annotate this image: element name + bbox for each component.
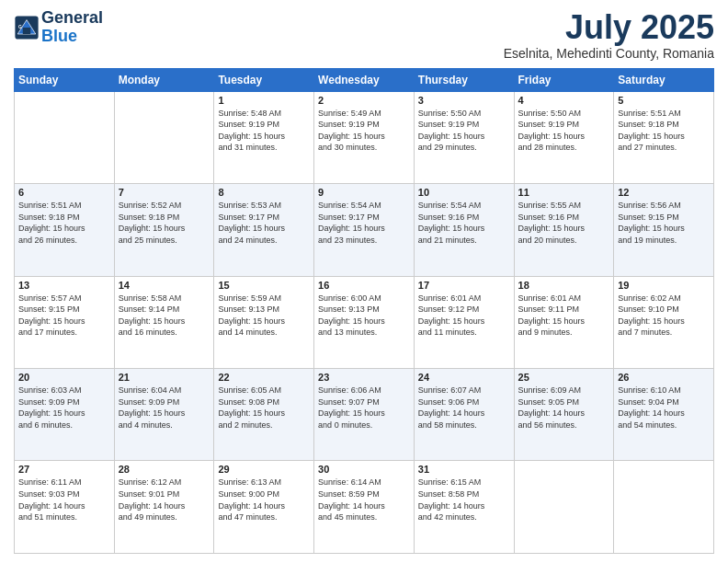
calendar-cell: 14Sunrise: 5:58 AM Sunset: 9:14 PM Dayli… — [114, 276, 214, 368]
day-number: 6 — [18, 187, 110, 198]
day-info: Sunrise: 5:49 AM Sunset: 9:19 PM Dayligh… — [318, 108, 410, 154]
day-number: 7 — [119, 187, 210, 198]
day-info: Sunrise: 6:06 AM Sunset: 9:07 PM Dayligh… — [318, 385, 410, 431]
day-number: 5 — [618, 95, 710, 106]
calendar-cell: 30Sunrise: 6:14 AM Sunset: 8:59 PM Dayli… — [314, 461, 415, 554]
logo-line2: Blue — [41, 28, 103, 46]
week-row-1: 1Sunrise: 5:48 AM Sunset: 9:19 PM Daylig… — [15, 91, 714, 183]
day-info: Sunrise: 6:00 AM Sunset: 9:13 PM Dayligh… — [318, 293, 410, 339]
logo-text: General Blue — [41, 9, 103, 46]
logo-line1: General — [41, 9, 103, 28]
col-header-wednesday: Wednesday — [314, 68, 415, 91]
day-number: 28 — [119, 464, 210, 475]
svg-text:G: G — [18, 25, 22, 29]
col-header-tuesday: Tuesday — [214, 68, 314, 91]
day-number: 4 — [518, 95, 610, 106]
day-info: Sunrise: 5:51 AM Sunset: 9:18 PM Dayligh… — [618, 108, 710, 154]
day-number: 21 — [119, 372, 210, 383]
calendar-table: SundayMondayTuesdayWednesdayThursdayFrid… — [14, 68, 714, 554]
calendar-cell: 18Sunrise: 6:01 AM Sunset: 9:11 PM Dayli… — [514, 276, 614, 368]
day-info: Sunrise: 5:53 AM Sunset: 9:17 PM Dayligh… — [218, 200, 310, 246]
day-number: 3 — [418, 95, 510, 106]
calendar-cell: 27Sunrise: 6:11 AM Sunset: 9:03 PM Dayli… — [15, 461, 115, 554]
day-info: Sunrise: 5:50 AM Sunset: 9:19 PM Dayligh… — [518, 108, 610, 154]
week-row-5: 27Sunrise: 6:11 AM Sunset: 9:03 PM Dayli… — [15, 461, 714, 554]
logo-icon: G — [14, 15, 40, 40]
day-info: Sunrise: 5:57 AM Sunset: 9:15 PM Dayligh… — [18, 293, 110, 339]
day-info: Sunrise: 5:55 AM Sunset: 9:16 PM Dayligh… — [518, 200, 610, 246]
calendar-cell: 16Sunrise: 6:00 AM Sunset: 9:13 PM Dayli… — [314, 276, 415, 368]
header: G General Blue July 2025 Eselnita, Mehed… — [14, 9, 714, 61]
calendar-cell: 3Sunrise: 5:50 AM Sunset: 9:19 PM Daylig… — [414, 91, 514, 183]
day-info: Sunrise: 6:05 AM Sunset: 9:08 PM Dayligh… — [218, 385, 310, 431]
day-number: 1 — [218, 95, 310, 106]
day-info: Sunrise: 6:02 AM Sunset: 9:10 PM Dayligh… — [618, 293, 710, 339]
day-number: 26 — [618, 372, 710, 383]
calendar-cell: 20Sunrise: 6:03 AM Sunset: 9:09 PM Dayli… — [15, 369, 115, 461]
calendar-cell: 8Sunrise: 5:53 AM Sunset: 9:17 PM Daylig… — [214, 184, 314, 276]
calendar-cell: 15Sunrise: 5:59 AM Sunset: 9:13 PM Dayli… — [214, 276, 314, 368]
day-number: 31 — [418, 464, 510, 475]
calendar-cell: 26Sunrise: 6:10 AM Sunset: 9:04 PM Dayli… — [614, 369, 714, 461]
calendar-cell — [114, 91, 214, 183]
calendar-cell — [514, 461, 614, 554]
calendar-cell: 22Sunrise: 6:05 AM Sunset: 9:08 PM Dayli… — [214, 369, 314, 461]
day-info: Sunrise: 6:14 AM Sunset: 8:59 PM Dayligh… — [318, 477, 410, 523]
calendar-cell: 24Sunrise: 6:07 AM Sunset: 9:06 PM Dayli… — [414, 369, 514, 461]
day-number: 27 — [18, 464, 110, 475]
calendar-cell: 1Sunrise: 5:48 AM Sunset: 9:19 PM Daylig… — [214, 91, 314, 183]
day-info: Sunrise: 5:52 AM Sunset: 9:18 PM Dayligh… — [119, 200, 210, 246]
day-info: Sunrise: 5:56 AM Sunset: 9:15 PM Dayligh… — [618, 200, 710, 246]
day-number: 17 — [418, 280, 510, 291]
day-info: Sunrise: 6:04 AM Sunset: 9:09 PM Dayligh… — [119, 385, 210, 431]
day-info: Sunrise: 6:13 AM Sunset: 9:00 PM Dayligh… — [218, 477, 310, 523]
day-info: Sunrise: 6:07 AM Sunset: 9:06 PM Dayligh… — [418, 385, 510, 431]
day-info: Sunrise: 6:03 AM Sunset: 9:09 PM Dayligh… — [18, 385, 110, 431]
calendar-cell: 9Sunrise: 5:54 AM Sunset: 9:17 PM Daylig… — [314, 184, 415, 276]
col-header-thursday: Thursday — [414, 68, 514, 91]
page: G General Blue July 2025 Eselnita, Mehed… — [0, 0, 728, 563]
calendar-cell: 4Sunrise: 5:50 AM Sunset: 9:19 PM Daylig… — [514, 91, 614, 183]
calendar-cell: 12Sunrise: 5:56 AM Sunset: 9:15 PM Dayli… — [614, 184, 714, 276]
day-number: 29 — [218, 464, 310, 475]
day-info: Sunrise: 5:50 AM Sunset: 9:19 PM Dayligh… — [418, 108, 510, 154]
calendar-cell — [15, 91, 115, 183]
calendar-cell: 2Sunrise: 5:49 AM Sunset: 9:19 PM Daylig… — [314, 91, 415, 183]
calendar-cell: 31Sunrise: 6:15 AM Sunset: 8:58 PM Dayli… — [414, 461, 514, 554]
day-number: 23 — [318, 372, 410, 383]
day-info: Sunrise: 6:11 AM Sunset: 9:03 PM Dayligh… — [18, 477, 110, 523]
col-header-friday: Friday — [514, 68, 614, 91]
week-row-3: 13Sunrise: 5:57 AM Sunset: 9:15 PM Dayli… — [15, 276, 714, 368]
day-number: 15 — [218, 280, 310, 291]
location: Eselnita, Mehedinti County, Romania — [504, 46, 714, 61]
day-info: Sunrise: 6:01 AM Sunset: 9:11 PM Dayligh… — [518, 293, 610, 339]
day-info: Sunrise: 6:15 AM Sunset: 8:58 PM Dayligh… — [418, 477, 510, 523]
title-block: July 2025 Eselnita, Mehedinti County, Ro… — [504, 9, 714, 61]
day-number: 20 — [18, 372, 110, 383]
calendar-cell: 28Sunrise: 6:12 AM Sunset: 9:01 PM Dayli… — [114, 461, 214, 554]
col-header-monday: Monday — [114, 68, 214, 91]
day-info: Sunrise: 5:59 AM Sunset: 9:13 PM Dayligh… — [218, 293, 310, 339]
calendar-cell: 7Sunrise: 5:52 AM Sunset: 9:18 PM Daylig… — [114, 184, 214, 276]
day-info: Sunrise: 6:12 AM Sunset: 9:01 PM Dayligh… — [119, 477, 210, 523]
day-number: 11 — [518, 187, 610, 198]
calendar-cell: 29Sunrise: 6:13 AM Sunset: 9:00 PM Dayli… — [214, 461, 314, 554]
month-year: July 2025 — [504, 9, 714, 46]
day-info: Sunrise: 5:54 AM Sunset: 9:16 PM Dayligh… — [418, 200, 510, 246]
day-number: 14 — [119, 280, 210, 291]
calendar-cell: 23Sunrise: 6:06 AM Sunset: 9:07 PM Dayli… — [314, 369, 415, 461]
calendar-cell: 5Sunrise: 5:51 AM Sunset: 9:18 PM Daylig… — [614, 91, 714, 183]
calendar-cell: 11Sunrise: 5:55 AM Sunset: 9:16 PM Dayli… — [514, 184, 614, 276]
col-header-sunday: Sunday — [15, 68, 115, 91]
day-number: 10 — [418, 187, 510, 198]
week-row-4: 20Sunrise: 6:03 AM Sunset: 9:09 PM Dayli… — [15, 369, 714, 461]
day-info: Sunrise: 6:09 AM Sunset: 9:05 PM Dayligh… — [518, 385, 610, 431]
svg-rect-3 — [23, 28, 30, 34]
day-number: 25 — [518, 372, 610, 383]
day-info: Sunrise: 6:01 AM Sunset: 9:12 PM Dayligh… — [418, 293, 510, 339]
week-row-2: 6Sunrise: 5:51 AM Sunset: 9:18 PM Daylig… — [15, 184, 714, 276]
calendar-cell: 25Sunrise: 6:09 AM Sunset: 9:05 PM Dayli… — [514, 369, 614, 461]
day-number: 22 — [218, 372, 310, 383]
day-number: 2 — [318, 95, 410, 106]
calendar-cell: 17Sunrise: 6:01 AM Sunset: 9:12 PM Dayli… — [414, 276, 514, 368]
